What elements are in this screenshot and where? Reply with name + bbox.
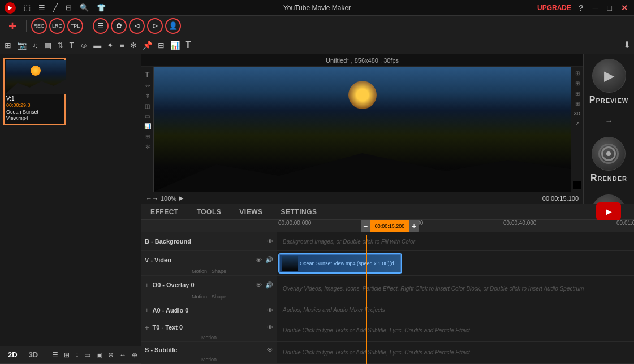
track-content-overlay[interactable]: Overlay Videos, Images, Icons, Particle … [277, 276, 634, 301]
tb2-sort-icon[interactable]: ⇅ [56, 40, 65, 51]
lrc-button[interactable]: LRC [49, 18, 65, 34]
playhead-plus-btn[interactable]: + [409, 220, 419, 232]
tb2-bigT-icon[interactable]: T [184, 39, 192, 51]
minimize-btn[interactable]: ─ [591, 3, 600, 12]
toolbar-prev-btn[interactable]: ⊲ [129, 18, 145, 34]
audio-hint: Audios, Musics and Audio Mixer Projects [279, 307, 389, 313]
overlay-add-icon[interactable]: + [145, 281, 149, 289]
prev-r-arrow[interactable]: ↗ [574, 119, 581, 128]
mode-3d-btn[interactable]: 3D [24, 349, 43, 360]
media-item-ocean-sunset[interactable]: V:1 00:00:29.8 Ocean SunsetView.mp4 [3, 58, 66, 125]
rec-button[interactable]: REC [31, 18, 47, 34]
tt-list-icon[interactable]: ☰ [50, 350, 60, 360]
prev-r-icon-1[interactable]: ⊞ [574, 69, 581, 77]
toolbar-next-btn[interactable]: ⊳ [147, 18, 163, 34]
audio-eye-icon[interactable]: 👁 [267, 307, 273, 314]
tt-minus-icon[interactable]: ⊖ [106, 350, 115, 360]
prev-icon-3[interactable]: ◫ [144, 102, 151, 110]
preview-main [154, 67, 571, 192]
nav-icon-3[interactable]: ╱ [53, 3, 58, 12]
tb2-text-icon[interactable]: T [68, 40, 76, 51]
upgrade-label[interactable]: UPGRADE [537, 4, 571, 12]
tb2-emoji-icon[interactable]: ☺ [79, 40, 89, 51]
prev-text-icon[interactable]: T [144, 69, 151, 80]
tb2-pin-icon[interactable]: 📌 [141, 40, 153, 51]
help-btn[interactable]: ? [577, 3, 585, 12]
nav-icon-5[interactable]: 🔍 [80, 3, 89, 12]
add-button[interactable]: + [3, 17, 21, 35]
text-eye-icon[interactable]: 👁 [267, 324, 273, 331]
zoom-play-icon[interactable]: ▶ [179, 194, 183, 202]
video-eye-icon[interactable]: 👁 [256, 257, 262, 263]
zoom-value[interactable]: 100% [161, 195, 176, 202]
subtitle-eye-icon[interactable]: 👁 [267, 346, 273, 353]
tb2-trim-icon[interactable]: ⊟ [157, 40, 166, 51]
tt-resize-icon[interactable]: ↔ [118, 350, 128, 360]
tb2-badge-icon[interactable]: ▬ [92, 40, 102, 51]
tab-tools[interactable]: TOOLS [188, 204, 231, 219]
track-content-audio[interactable]: Audios, Musics and Audio Mixer Projects [277, 301, 634, 320]
clip-thumbnail [282, 256, 298, 271]
tt-bracket-icon[interactable]: ▣ [94, 350, 104, 360]
playhead-minus-btn[interactable]: − [361, 220, 370, 232]
tb2-import-icon[interactable]: ⬇ [623, 40, 631, 50]
prev-r-icon-4[interactable]: ⊞ [574, 99, 581, 108]
toolbar-person-btn[interactable]: 👤 [165, 18, 181, 34]
prev-icon-1[interactable]: ⇔ [144, 81, 151, 90]
tab-views[interactable]: VIEWS [230, 204, 271, 219]
close-btn[interactable]: ✕ [619, 3, 629, 12]
overlay-sublabels: Motion Shape [141, 294, 277, 300]
tt-plus-icon[interactable]: ⊕ [130, 350, 139, 360]
tb2-list-icon[interactable]: ≡ [118, 40, 125, 51]
tpl-button[interactable]: TPL [67, 18, 83, 34]
text-add-icon[interactable]: + [145, 323, 149, 332]
prev-icon-7[interactable]: ✼ [144, 142, 151, 151]
prev-r-icon-2[interactable]: ⊞ [574, 79, 581, 88]
text-sub-motion: Motion [201, 335, 217, 340]
prev-r-3d[interactable]: 3D [573, 110, 582, 118]
preview-image [154, 67, 571, 192]
tb2-music-icon[interactable]: ♫ [31, 40, 40, 51]
nav-arrow-right[interactable]: → [603, 114, 615, 128]
preview-action-btn[interactable]: ▶ PPREVIEW [589, 59, 628, 105]
tb2-dot-icon[interactable]: ✦ [106, 40, 115, 51]
tt-sort-icon[interactable]: ↕ [74, 350, 80, 360]
overlay-eye-icon[interactable]: 👁 [256, 281, 262, 288]
overlay-vol-icon[interactable]: 🔊 [265, 281, 273, 289]
nav-icon-2[interactable]: ☰ [38, 3, 45, 12]
tb2-camera-icon[interactable]: 📷 [16, 40, 28, 51]
track-content-bg[interactable]: Background Images, or Double click to Fi… [277, 232, 634, 251]
render-action-btn[interactable]: RRENDER [590, 137, 627, 183]
nav-icon-1[interactable]: ⬚ [24, 3, 31, 12]
toolbar-list-btn[interactable]: ☰ [93, 18, 109, 34]
toolbar-star-btn[interactable]: ✿ [111, 18, 127, 34]
tt-grid-icon[interactable]: ⊞ [62, 350, 71, 360]
tt-square-icon[interactable]: ▭ [83, 350, 92, 360]
tb2-chart-icon[interactable]: 📊 [169, 40, 181, 51]
tb2-grid-icon[interactable]: ⊞ [3, 40, 12, 51]
prev-icon-2[interactable]: ⇕ [144, 92, 151, 100]
mode-2d-btn[interactable]: 2D [3, 349, 22, 360]
nav-icon-6[interactable]: 👕 [97, 3, 106, 12]
video-vol-icon[interactable]: 🔊 [265, 256, 273, 263]
maximize-btn[interactable]: □ [606, 3, 614, 12]
track-content-text[interactable]: Double Click to type Texts or Add Subtit… [277, 319, 634, 341]
tb2-star2-icon[interactable]: ✻ [129, 40, 138, 51]
prev-icon-4[interactable]: ▭ [144, 112, 151, 120]
track-content-video[interactable]: Ocean Sunset View.mp4 (speed x 1.00)(d..… [277, 251, 634, 276]
bg-eye-icon[interactable]: 👁 [267, 238, 273, 245]
video-clip[interactable]: Ocean Sunset View.mp4 (speed x 1.00)(d..… [279, 254, 401, 272]
audio-add-icon[interactable]: + [145, 306, 149, 314]
titlebar-right: UPGRADE ? ─ □ ✕ [537, 3, 629, 12]
tab-effect[interactable]: EFFECT [141, 204, 188, 219]
prev-icon-5[interactable]: 📊 [143, 122, 152, 131]
tb2-film-icon[interactable]: ▤ [43, 40, 53, 51]
tab-settings[interactable]: SETTINGS [271, 204, 326, 219]
prev-icon-6[interactable]: ⊞ [144, 132, 151, 141]
track-content-subtitle[interactable]: Double Click to type Texts or Add Subtit… [277, 342, 634, 364]
media-thumb [6, 60, 66, 94]
prev-r-icon-3[interactable]: ⊞ [574, 89, 581, 98]
track-label-text: + T0 - Text 0 👁 Motion [141, 319, 277, 341]
preview-label: PPREVIEW [589, 95, 628, 105]
nav-icon-4[interactable]: ⊟ [66, 3, 72, 12]
